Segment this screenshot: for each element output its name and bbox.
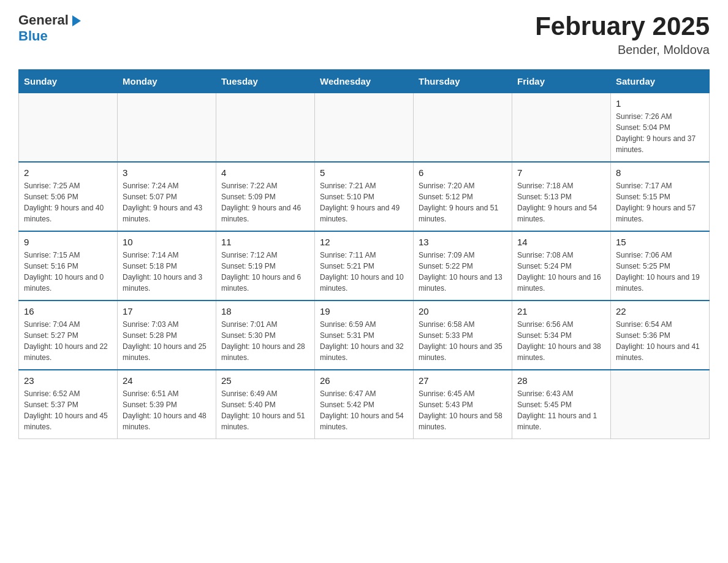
calendar-cell bbox=[611, 370, 710, 439]
day-info: Sunrise: 7:20 AMSunset: 5:12 PMDaylight:… bbox=[419, 180, 507, 224]
day-info: Sunrise: 6:43 AMSunset: 5:45 PMDaylight:… bbox=[517, 388, 605, 432]
day-number: 16 bbox=[24, 306, 112, 316]
day-number: 21 bbox=[517, 306, 605, 316]
day-info: Sunrise: 7:03 AMSunset: 5:28 PMDaylight:… bbox=[123, 319, 211, 363]
day-info: Sunrise: 7:18 AMSunset: 5:13 PMDaylight:… bbox=[517, 180, 605, 224]
title-area: February 2025 Bender, Moldova bbox=[535, 12, 710, 57]
day-info: Sunrise: 6:56 AMSunset: 5:34 PMDaylight:… bbox=[517, 319, 605, 363]
weekday-header-tuesday: Tuesday bbox=[216, 70, 315, 93]
day-info: Sunrise: 7:14 AMSunset: 5:18 PMDaylight:… bbox=[123, 250, 211, 294]
calendar-cell: 25Sunrise: 6:49 AMSunset: 5:40 PMDayligh… bbox=[216, 370, 315, 439]
calendar-cell: 24Sunrise: 6:51 AMSunset: 5:39 PMDayligh… bbox=[118, 370, 216, 439]
day-number: 14 bbox=[517, 237, 605, 247]
calendar-cell bbox=[512, 93, 611, 163]
day-number: 9 bbox=[24, 237, 112, 247]
day-info: Sunrise: 7:04 AMSunset: 5:27 PMDaylight:… bbox=[24, 319, 112, 363]
day-number: 24 bbox=[123, 375, 211, 386]
svg-marker-0 bbox=[72, 15, 81, 26]
logo: General Blue bbox=[18, 12, 83, 44]
day-info: Sunrise: 7:12 AMSunset: 5:19 PMDaylight:… bbox=[221, 250, 309, 294]
week-row-5: 23Sunrise: 6:52 AMSunset: 5:37 PMDayligh… bbox=[19, 370, 710, 439]
day-number: 7 bbox=[517, 167, 605, 178]
day-info: Sunrise: 6:59 AMSunset: 5:31 PMDaylight:… bbox=[320, 319, 408, 363]
calendar-cell: 21Sunrise: 6:56 AMSunset: 5:34 PMDayligh… bbox=[512, 301, 611, 370]
day-info: Sunrise: 6:45 AMSunset: 5:43 PMDaylight:… bbox=[419, 388, 507, 432]
calendar-cell bbox=[414, 93, 512, 163]
calendar-cell: 15Sunrise: 7:06 AMSunset: 5:25 PMDayligh… bbox=[611, 231, 710, 301]
day-number: 4 bbox=[221, 167, 309, 178]
day-number: 15 bbox=[616, 237, 704, 247]
calendar-cell: 4Sunrise: 7:22 AMSunset: 5:09 PMDaylight… bbox=[216, 162, 315, 231]
week-row-1: 1Sunrise: 7:26 AMSunset: 5:04 PMDaylight… bbox=[19, 93, 710, 163]
weekday-header-wednesday: Wednesday bbox=[315, 70, 414, 93]
day-number: 6 bbox=[419, 167, 507, 178]
weekday-header-friday: Friday bbox=[512, 70, 611, 93]
page-header: General Blue February 2025 Bender, Moldo… bbox=[18, 12, 710, 57]
day-number: 20 bbox=[419, 306, 507, 316]
calendar-cell: 14Sunrise: 7:08 AMSunset: 5:24 PMDayligh… bbox=[512, 231, 611, 301]
day-number: 10 bbox=[123, 237, 211, 247]
calendar-cell: 8Sunrise: 7:17 AMSunset: 5:15 PMDaylight… bbox=[611, 162, 710, 231]
day-info: Sunrise: 7:24 AMSunset: 5:07 PMDaylight:… bbox=[123, 180, 211, 224]
week-row-3: 9Sunrise: 7:15 AMSunset: 5:16 PMDaylight… bbox=[19, 231, 710, 301]
calendar-cell: 7Sunrise: 7:18 AMSunset: 5:13 PMDaylight… bbox=[512, 162, 611, 231]
calendar-subtitle: Bender, Moldova bbox=[535, 43, 710, 57]
calendar-cell bbox=[216, 93, 315, 163]
calendar-cell: 13Sunrise: 7:09 AMSunset: 5:22 PMDayligh… bbox=[414, 231, 512, 301]
weekday-header-monday: Monday bbox=[118, 70, 216, 93]
day-number: 11 bbox=[221, 237, 309, 247]
calendar-cell bbox=[315, 93, 414, 163]
day-number: 26 bbox=[320, 375, 408, 386]
calendar-cell: 20Sunrise: 6:58 AMSunset: 5:33 PMDayligh… bbox=[414, 301, 512, 370]
day-info: Sunrise: 7:17 AMSunset: 5:15 PMDaylight:… bbox=[616, 180, 704, 224]
calendar-cell: 23Sunrise: 6:52 AMSunset: 5:37 PMDayligh… bbox=[19, 370, 118, 439]
day-number: 27 bbox=[419, 375, 507, 386]
logo-arrow-icon bbox=[70, 14, 83, 28]
calendar-cell: 27Sunrise: 6:45 AMSunset: 5:43 PMDayligh… bbox=[414, 370, 512, 439]
day-info: Sunrise: 7:09 AMSunset: 5:22 PMDaylight:… bbox=[419, 250, 507, 294]
weekday-header-row: SundayMondayTuesdayWednesdayThursdayFrid… bbox=[19, 70, 710, 93]
calendar-cell: 1Sunrise: 7:26 AMSunset: 5:04 PMDaylight… bbox=[611, 93, 710, 163]
day-info: Sunrise: 6:49 AMSunset: 5:40 PMDaylight:… bbox=[221, 388, 309, 432]
day-number: 12 bbox=[320, 237, 408, 247]
calendar-cell: 11Sunrise: 7:12 AMSunset: 5:19 PMDayligh… bbox=[216, 231, 315, 301]
calendar-body: 1Sunrise: 7:26 AMSunset: 5:04 PMDaylight… bbox=[19, 93, 710, 439]
calendar-cell: 5Sunrise: 7:21 AMSunset: 5:10 PMDaylight… bbox=[315, 162, 414, 231]
day-number: 22 bbox=[616, 306, 704, 316]
day-info: Sunrise: 6:54 AMSunset: 5:36 PMDaylight:… bbox=[616, 319, 704, 363]
logo-general-text: General bbox=[18, 12, 69, 28]
day-number: 8 bbox=[616, 167, 704, 178]
day-number: 25 bbox=[221, 375, 309, 386]
day-info: Sunrise: 6:58 AMSunset: 5:33 PMDaylight:… bbox=[419, 319, 507, 363]
calendar-cell: 10Sunrise: 7:14 AMSunset: 5:18 PMDayligh… bbox=[118, 231, 216, 301]
calendar-cell: 26Sunrise: 6:47 AMSunset: 5:42 PMDayligh… bbox=[315, 370, 414, 439]
day-info: Sunrise: 6:51 AMSunset: 5:39 PMDaylight:… bbox=[123, 388, 211, 432]
day-number: 18 bbox=[221, 306, 309, 316]
day-info: Sunrise: 7:22 AMSunset: 5:09 PMDaylight:… bbox=[221, 180, 309, 224]
week-row-4: 16Sunrise: 7:04 AMSunset: 5:27 PMDayligh… bbox=[19, 301, 710, 370]
day-info: Sunrise: 7:26 AMSunset: 5:04 PMDaylight:… bbox=[616, 111, 704, 155]
day-number: 28 bbox=[517, 375, 605, 386]
day-info: Sunrise: 7:11 AMSunset: 5:21 PMDaylight:… bbox=[320, 250, 408, 294]
calendar-cell: 19Sunrise: 6:59 AMSunset: 5:31 PMDayligh… bbox=[315, 301, 414, 370]
calendar-cell: 18Sunrise: 7:01 AMSunset: 5:30 PMDayligh… bbox=[216, 301, 315, 370]
calendar-cell: 6Sunrise: 7:20 AMSunset: 5:12 PMDaylight… bbox=[414, 162, 512, 231]
calendar-cell: 28Sunrise: 6:43 AMSunset: 5:45 PMDayligh… bbox=[512, 370, 611, 439]
logo-blue-text: Blue bbox=[18, 28, 48, 44]
weekday-header-thursday: Thursday bbox=[414, 70, 512, 93]
day-number: 5 bbox=[320, 167, 408, 178]
calendar-cell: 22Sunrise: 6:54 AMSunset: 5:36 PMDayligh… bbox=[611, 301, 710, 370]
weekday-header-saturday: Saturday bbox=[611, 70, 710, 93]
calendar-cell bbox=[118, 93, 216, 163]
calendar-header: SundayMondayTuesdayWednesdayThursdayFrid… bbox=[19, 70, 710, 93]
calendar-cell: 9Sunrise: 7:15 AMSunset: 5:16 PMDaylight… bbox=[19, 231, 118, 301]
day-info: Sunrise: 7:15 AMSunset: 5:16 PMDaylight:… bbox=[24, 250, 112, 294]
calendar-cell bbox=[19, 93, 118, 163]
day-info: Sunrise: 6:52 AMSunset: 5:37 PMDaylight:… bbox=[24, 388, 112, 432]
calendar-title: February 2025 bbox=[535, 12, 710, 40]
day-info: Sunrise: 7:08 AMSunset: 5:24 PMDaylight:… bbox=[517, 250, 605, 294]
day-number: 13 bbox=[419, 237, 507, 247]
day-number: 2 bbox=[24, 167, 112, 178]
calendar-cell: 2Sunrise: 7:25 AMSunset: 5:06 PMDaylight… bbox=[19, 162, 118, 231]
day-info: Sunrise: 7:01 AMSunset: 5:30 PMDaylight:… bbox=[221, 319, 309, 363]
